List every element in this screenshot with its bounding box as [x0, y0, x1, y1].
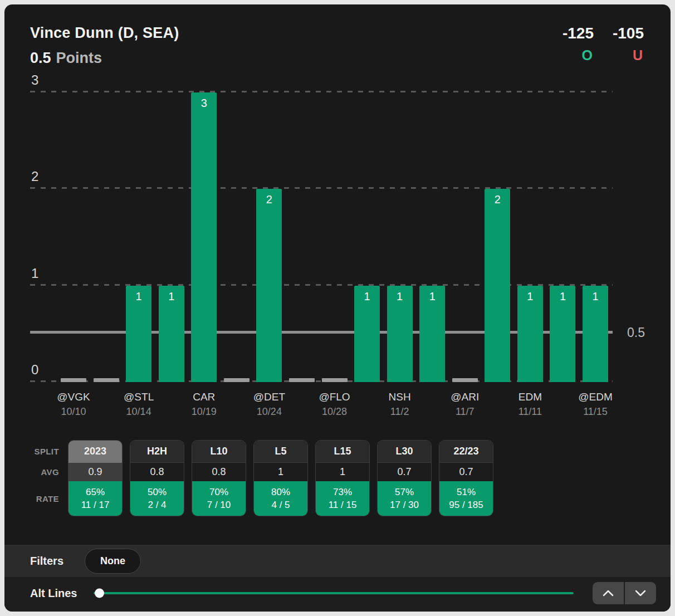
- under-odds: -105: [613, 25, 644, 42]
- bar: 2: [485, 189, 510, 382]
- split-label: 2023: [69, 441, 122, 463]
- split-label: L10: [192, 441, 246, 463]
- bar-value-label: 3: [191, 97, 217, 110]
- bar: 1: [517, 286, 543, 382]
- prop-line-text: 0.5Points: [30, 50, 179, 67]
- bar-value-label: 2: [256, 193, 282, 206]
- split-label: 22/23: [439, 441, 493, 463]
- split-column-L5[interactable]: L5180%4 / 5: [253, 440, 308, 516]
- x-label: [485, 391, 510, 418]
- split-rate: 50%2 / 4: [130, 481, 184, 516]
- row-label-split: SPLIT: [30, 440, 59, 462]
- split-column-H2H[interactable]: H2H0.850%2 / 4: [130, 440, 184, 516]
- split-rate-pct: 73%: [333, 487, 352, 498]
- prop-line-value: 0.5: [30, 50, 51, 66]
- split-avg: 0.9: [69, 463, 122, 481]
- split-rate-pct: 80%: [271, 487, 290, 498]
- split-columns: 20230.965%11 / 17H2H0.850%2 / 4L100.870%…: [68, 440, 493, 516]
- split-label: H2H: [130, 441, 184, 463]
- split-rate-pct: 57%: [395, 487, 414, 498]
- bar: 1: [419, 286, 445, 382]
- player-info: Vince Dunn (D, SEA) 0.5Points: [30, 25, 179, 67]
- split-avg: 0.8: [192, 463, 246, 481]
- over-odds: -125: [562, 25, 594, 42]
- splits-table: SPLIT AVG RATE 20230.965%11 / 17H2H0.850…: [30, 440, 644, 516]
- split-rate: 73%11 / 15: [316, 481, 369, 516]
- bar: [61, 378, 86, 382]
- header: Vince Dunn (D, SEA) 0.5Points -125 O -10…: [4, 4, 671, 67]
- filters-label: Filters: [30, 555, 63, 568]
- chart-plot: 11321112111 01230.5: [30, 92, 613, 382]
- x-label-date: 10/28: [322, 406, 347, 418]
- x-label: @FLO10/28: [322, 391, 348, 418]
- x-label: [159, 391, 184, 418]
- split-column-22/23[interactable]: 22/230.751%95 / 185: [439, 440, 493, 516]
- x-label-opponent: @EDM: [578, 391, 613, 403]
- x-label-date: 11/2: [390, 406, 409, 418]
- bars: 11321112111: [61, 92, 608, 382]
- prop-line-label: 0.5: [627, 325, 645, 340]
- over-odds-column: -125 O: [562, 25, 594, 63]
- alt-lines-bar: Alt Lines: [4, 577, 671, 612]
- x-label: [550, 391, 575, 418]
- bar: [224, 378, 250, 382]
- x-label-date: 10/24: [257, 406, 282, 418]
- line-up-button[interactable]: [593, 582, 624, 604]
- x-label-date: 11/11: [519, 406, 542, 418]
- x-label-opponent: EDM: [519, 391, 542, 403]
- x-label: [94, 391, 119, 418]
- bar: 1: [583, 286, 608, 382]
- x-label: @EDM11/15: [583, 391, 608, 418]
- x-label-date: 11/15: [583, 406, 608, 418]
- x-label-date: 11/7: [456, 406, 475, 418]
- bar: 2: [256, 189, 282, 382]
- under-label: U: [633, 47, 644, 63]
- line-down-button[interactable]: [625, 582, 656, 604]
- filters-none-button[interactable]: None: [85, 549, 141, 574]
- x-label: [354, 391, 380, 418]
- bar: 1: [387, 286, 413, 382]
- x-label: @VGK10/10: [61, 391, 86, 418]
- odds-block: -125 O -105 U: [562, 25, 644, 63]
- player-prop-card: Vince Dunn (D, SEA) 0.5Points -125 O -10…: [4, 4, 671, 612]
- split-column-L30[interactable]: L300.757%17 / 30: [377, 440, 432, 516]
- x-label: [419, 391, 445, 418]
- bar-value-label: 1: [550, 290, 575, 303]
- split-column-2023[interactable]: 20230.965%11 / 17: [68, 440, 123, 516]
- prop-stat-name: Points: [56, 50, 102, 66]
- x-label-opponent: CAR: [193, 391, 215, 403]
- split-rate-frac: 11 / 15: [329, 500, 357, 511]
- split-column-L15[interactable]: L15173%11 / 15: [315, 440, 370, 516]
- bar-value-label: 1: [419, 290, 445, 303]
- bar-value-label: 2: [485, 193, 510, 206]
- player-name: Vince Dunn (D, SEA): [30, 25, 179, 42]
- alt-lines-slider[interactable]: [94, 588, 574, 599]
- split-rate-frac: 4 / 5: [271, 500, 290, 511]
- x-label-opponent: @ARI: [451, 391, 479, 403]
- split-avg: 0.8: [130, 463, 184, 481]
- x-label-date: 10/19: [192, 406, 217, 418]
- y-tick-label: 0: [31, 362, 38, 378]
- slider-thumb[interactable]: [95, 589, 104, 598]
- bar-value-label: 1: [354, 290, 380, 303]
- split-rate-pct: 50%: [148, 487, 167, 498]
- split-rate-pct: 70%: [209, 487, 228, 498]
- x-label-opponent: @DET: [253, 391, 285, 403]
- x-label-date: 10/10: [61, 406, 86, 418]
- split-rate-pct: 65%: [86, 487, 105, 498]
- x-label: NSH11/2: [387, 391, 413, 418]
- bar-value-label: 1: [387, 290, 413, 303]
- y-tick-label: 2: [31, 169, 38, 184]
- under-odds-column: -105 U: [613, 25, 644, 63]
- x-label-opponent: NSH: [389, 391, 411, 403]
- split-avg: 0.7: [439, 463, 493, 481]
- bar: 1: [126, 286, 151, 382]
- split-column-L10[interactable]: L100.870%7 / 10: [192, 440, 246, 516]
- split-avg: 0.7: [378, 463, 431, 481]
- bar: [452, 378, 478, 382]
- bar-value-label: 1: [517, 290, 543, 303]
- split-label: L5: [254, 441, 307, 463]
- alt-lines-label: Alt Lines: [30, 587, 77, 600]
- x-label-opponent: @VGK: [57, 391, 90, 403]
- split-row-labels: SPLIT AVG RATE: [30, 440, 59, 516]
